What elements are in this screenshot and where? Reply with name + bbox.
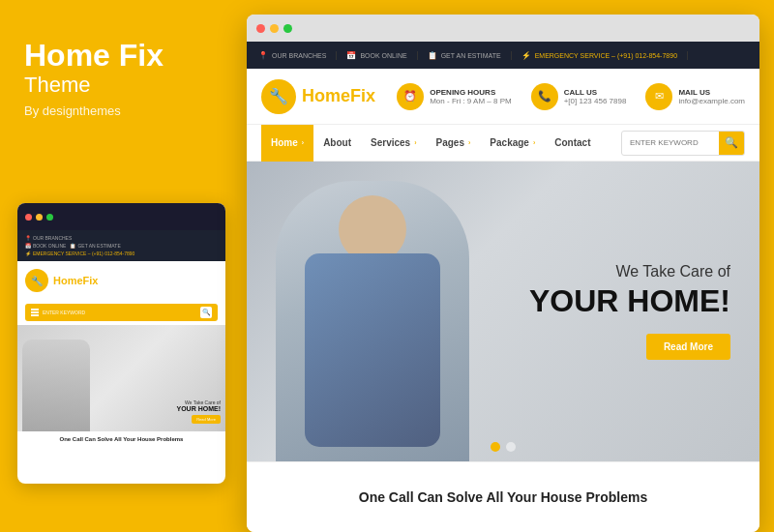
mini-preview-card: 📍OUR BRANCHES 📅BOOK ONLINE 📋GET AN ESTIM…: [17, 203, 225, 484]
mini-topbar: 📍OUR BRANCHES 📅BOOK ONLINE 📋GET AN ESTIM…: [17, 230, 225, 261]
site-topbar: 📍 OUR BRANCHES 📅 BOOK ONLINE 📋 GET AN ES…: [247, 42, 759, 69]
nav-item-package[interactable]: Package ›: [480, 125, 545, 162]
hero-person-shirt: [305, 253, 440, 447]
chevron-right-icon-2: ›: [414, 139, 416, 146]
search-button[interactable]: 🔍: [719, 131, 744, 156]
mini-topbar-branches: OUR BRANCHES: [33, 235, 72, 241]
site-logo[interactable]: 🔧 HomeFix: [261, 79, 375, 114]
mini-dot-red: [25, 214, 32, 221]
hero-title: YOUR HOME!: [529, 284, 730, 318]
phone-icon: 📞: [531, 83, 558, 110]
mini-search-button[interactable]: 🔍: [200, 307, 212, 318]
mini-logo-icon: 🔧: [25, 269, 48, 292]
mini-read-more-button[interactable]: Read More: [192, 415, 221, 424]
mini-hero-text: We Take Care of YOUR HOME!: [177, 399, 222, 412]
browser-window: 📍 OUR BRANCHES 📅 BOOK ONLINE 📋 GET AN ES…: [247, 15, 759, 532]
bottom-teaser-text: One Call Can Solve All Your House Proble…: [359, 489, 647, 505]
brand-subtitle: Theme: [24, 73, 218, 98]
logo-icon: 🔧: [261, 79, 296, 114]
nav-item-contact[interactable]: Contact: [545, 125, 600, 162]
mini-logo-area: 🔧 HomeFix: [17, 261, 225, 300]
hero-read-more-button[interactable]: Read More: [646, 334, 730, 360]
header-info: ⏰ OPENING HOURS Mon - Fri : 9 AM – 8 PM …: [397, 83, 745, 110]
chevron-right-icon-3: ›: [468, 139, 470, 146]
topbar-emergency[interactable]: ⚡ EMERGENCY SERVICE – (+91) 012-854-7890: [512, 51, 688, 60]
brand-title: Home Fix: [24, 39, 218, 73]
opening-hours: ⏰ OPENING HOURS Mon - Fri : 9 AM – 8 PM: [397, 83, 511, 110]
clipboard-icon: 📋: [428, 51, 437, 60]
hero-section: We Take Care of YOUR HOME! Read More: [247, 162, 759, 461]
mini-menu-icon: [31, 309, 39, 316]
mini-logo-text: HomeFix: [53, 275, 98, 286]
search-input[interactable]: [622, 138, 719, 147]
browser-dot-yellow: [270, 24, 279, 33]
mini-search-bar[interactable]: ENTER KEYWORD 🔍: [25, 304, 218, 321]
hero-content: We Take Care of YOUR HOME! Read More: [529, 263, 730, 360]
site-header: 🔧 HomeFix ⏰ OPENING HOURS Mon - Fri : 9 …: [247, 69, 759, 125]
hero-dot-2[interactable]: [506, 442, 516, 452]
browser-dot-green: [283, 24, 292, 33]
topbar-book-online[interactable]: 📅 BOOK ONLINE: [337, 51, 417, 60]
calendar-icon: 📅: [346, 51, 356, 60]
nav-item-services[interactable]: Services ›: [361, 125, 427, 162]
mini-window-controls: [17, 203, 225, 230]
lightning-icon: ⚡: [521, 51, 531, 60]
hero-dot-1[interactable]: [491, 442, 500, 452]
nav-item-home[interactable]: Home ›: [261, 125, 313, 162]
nav-item-about[interactable]: About: [313, 125, 361, 162]
hero-dots: [491, 442, 516, 452]
browser-titlebar: [247, 15, 759, 42]
chevron-right-icon: ›: [302, 139, 304, 146]
logo-text: HomeFix: [302, 86, 375, 106]
bottom-teaser: One Call Can Solve All Your House Proble…: [247, 461, 759, 532]
mail-icon: ✉: [645, 83, 672, 110]
site-navigation: Home › About Services › Pages › Package …: [247, 125, 759, 162]
nav-search[interactable]: 🔍: [621, 131, 745, 156]
nav-items: Home › About Services › Pages › Package …: [261, 125, 621, 162]
mini-search-placeholder: ENTER KEYWORD: [43, 310, 196, 315]
mini-bottom-text: One Call Can Solve All Your House Proble…: [17, 431, 225, 447]
mini-dot-yellow: [36, 214, 43, 221]
hero-image-area: [247, 162, 503, 461]
nav-item-pages[interactable]: Pages ›: [427, 125, 481, 162]
hero-person-body: [276, 181, 469, 461]
mini-hero-person: [22, 340, 90, 431]
topbar-branches: 📍 OUR BRANCHES: [258, 51, 337, 60]
call-us: 📞 CALL US +[0] 123 456 7898: [531, 83, 627, 110]
browser-dot-red: [256, 24, 265, 33]
mini-dot-green: [46, 214, 53, 221]
hero-tagline: We Take Care of: [529, 263, 730, 281]
brand-by: By designthemes: [24, 103, 218, 118]
chevron-right-icon-4: ›: [533, 139, 535, 146]
location-icon: 📍: [258, 51, 268, 60]
mail-us: ✉ MAIL US info@example.com: [645, 83, 745, 110]
clock-icon: ⏰: [397, 83, 424, 110]
mini-hero: We Take Care of YOUR HOME! Read More: [17, 325, 225, 431]
topbar-estimate[interactable]: 📋 GET AN ESTIMATE: [418, 51, 512, 60]
